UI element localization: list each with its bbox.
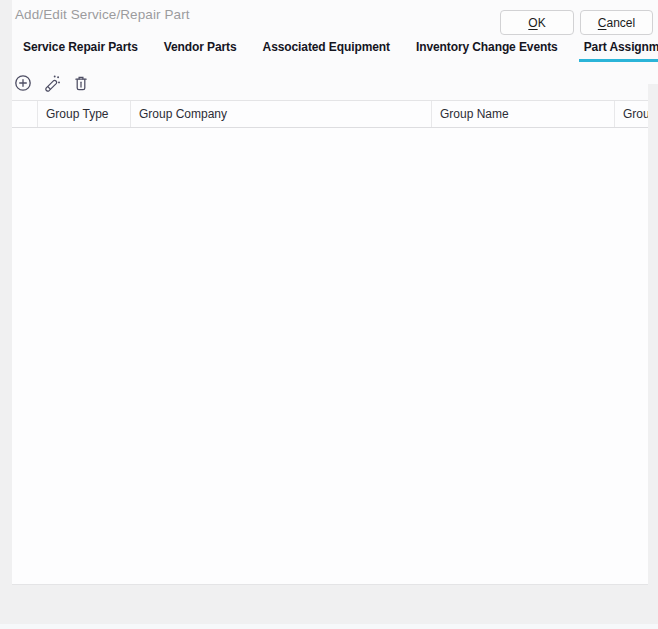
tab-inventory-change-events[interactable]: Inventory Change Events [411,38,563,62]
right-gray-margin [648,84,658,585]
delete-assignment-button[interactable] [71,73,91,93]
grid-column-group-clipped[interactable]: Grou [614,101,648,127]
cancel-label-rest: ancel [606,16,635,30]
cancel-label-mnemonic: C [598,16,607,30]
edit-assignment-button[interactable] [42,73,62,93]
window-bottom-edge [0,624,658,629]
grid-column-group-name[interactable]: Group Name [431,101,614,127]
tab-associated-equipment[interactable]: Associated Equipment [258,38,395,62]
dialog-add-edit-service-repair-part: Add/Edit Service/Repair Part Service Rep… [0,0,658,629]
ok-label-mnemonic: O [528,16,537,30]
ok-button[interactable]: OK [500,10,574,35]
tab-strip: Service Repair Parts Vendor Parts Associ… [18,38,658,62]
grid-column-group-type[interactable]: Group Type [37,101,130,127]
circle-plus-icon [14,74,32,92]
add-assignment-button[interactable] [13,73,33,93]
grid-column-row-selector[interactable] [12,101,37,127]
tab-service-repair-parts[interactable]: Service Repair Parts [18,38,143,62]
tab-part-assignments[interactable]: Part Assignments [579,38,658,62]
trash-icon [72,74,90,92]
grid-toolbar [13,73,91,93]
dialog-title: Add/Edit Service/Repair Part [15,7,190,22]
grid-header-row: Group Type Group Company Group Name Grou [12,100,648,128]
grid-empty-body [12,128,648,584]
tab-vendor-parts[interactable]: Vendor Parts [159,38,242,62]
dialog-footer [0,585,658,629]
ok-label-rest: K [538,16,546,30]
cancel-button[interactable]: Cancel [580,10,653,35]
part-assignments-grid: Group Type Group Company Group Name Grou [12,100,648,585]
magic-wand-icon [43,74,61,92]
left-gray-margin [0,0,12,629]
grid-column-group-company[interactable]: Group Company [130,101,431,127]
